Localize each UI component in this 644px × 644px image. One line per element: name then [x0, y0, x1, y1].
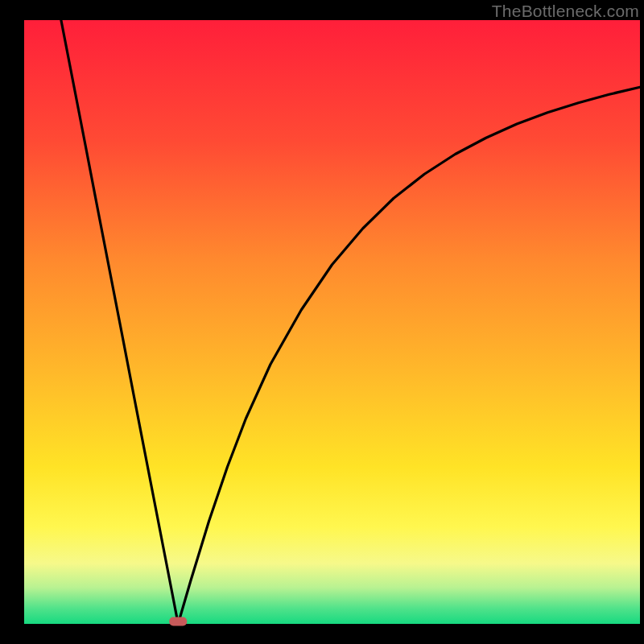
plot-background [24, 20, 640, 624]
watermark-text: TheBottleneck.com [492, 2, 639, 21]
optimal-marker [169, 617, 187, 626]
bottleneck-chart: TheBottleneck.com [0, 0, 644, 644]
chart-canvas [0, 0, 644, 644]
